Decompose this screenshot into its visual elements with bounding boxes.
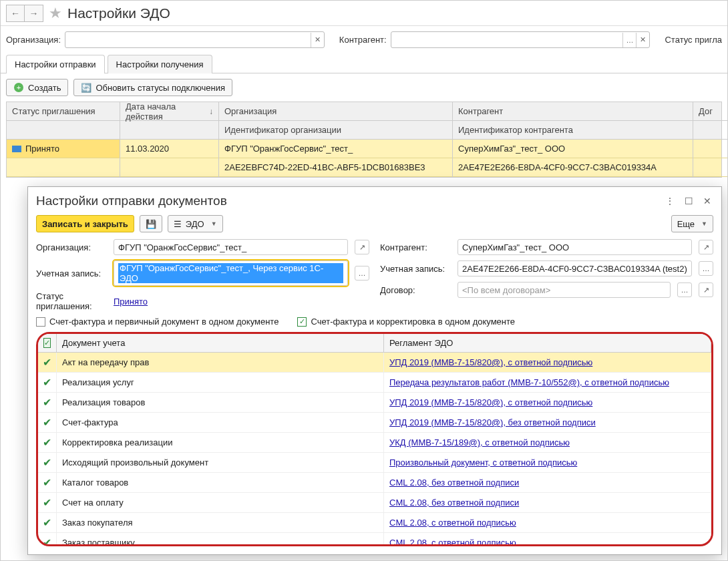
doc-row[interactable]: ✔Реализация товаровУПД 2019 (ММВ-7-15/82… — [38, 393, 711, 413]
doc-row[interactable]: ✔Счет-фактураУПД 2019 (ММВ-7-15/820@), б… — [38, 413, 711, 433]
open-icon[interactable]: ↗ — [355, 240, 369, 254]
favorite-star-icon[interactable]: ★ — [49, 5, 62, 22]
row-checkbox[interactable]: ✔ — [43, 536, 51, 544]
ellipsis-icon[interactable]: … — [699, 261, 713, 276]
row-checkbox[interactable]: ✔ — [43, 496, 51, 509]
regulation-link[interactable]: CML 2.08, с ответной подписью — [389, 518, 516, 528]
open-icon[interactable]: ↗ — [699, 240, 713, 254]
sf-primary-label: Счет-фактура и первичный документ в одно… — [49, 317, 279, 327]
panel-status-label: Статус приглашения: — [36, 291, 110, 311]
filter-contr-clear-button[interactable]: ✕ — [636, 33, 649, 47]
panel-menu-icon[interactable]: ⋮ — [664, 195, 676, 207]
row-checkbox[interactable]: ✔ — [43, 516, 51, 529]
col-org-header[interactable]: Организация — [219, 102, 452, 121]
cell-org: ФГУП "ОранжГосСервис"_тест_ — [219, 140, 452, 158]
panel-org-field[interactable]: ФГУП "ОранжГосСервис"_тест_ — [114, 239, 348, 255]
row-checkbox[interactable]: ✔ — [43, 436, 51, 449]
row-checkbox[interactable]: ✔ — [43, 376, 51, 389]
refresh-sheet-icon: 🔄 — [81, 82, 92, 93]
row-checkbox[interactable]: ✔ — [43, 476, 51, 489]
col-status-header[interactable]: Статус приглашения — [7, 102, 120, 121]
filter-status-label: Статус пригла — [665, 35, 722, 45]
more-button[interactable]: Еще ▼ — [671, 215, 713, 232]
filter-org-input[interactable] — [65, 32, 311, 47]
col-contr-id-header[interactable]: Идентификатор контрагента — [453, 121, 693, 140]
regulation-link[interactable]: УПД 2019 (ММВ-7-15/820@), с ответной под… — [389, 357, 592, 367]
diskette-icon: 💾 — [146, 219, 156, 229]
doc-cell: Акт на передачу прав — [57, 353, 384, 372]
sf-correction-checkbox[interactable]: ✓ — [297, 317, 307, 327]
doc-row[interactable]: ✔Акт на передачу правУПД 2019 (ММВ-7-15/… — [38, 353, 711, 373]
doc-cell: Реализация услуг — [57, 373, 384, 392]
save-and-close-button[interactable]: Записать и закрыть — [36, 215, 134, 232]
regulation-link[interactable]: CML 2.08, без ответной подписи — [389, 478, 519, 488]
lines-icon: ☰ — [174, 219, 182, 229]
panel-account-label: Учетная запись: — [36, 268, 110, 278]
col-dog-header[interactable]: Дог — [693, 102, 728, 121]
row-checkbox[interactable]: ✔ — [43, 396, 51, 409]
filter-contr-ellipsis-button[interactable]: … — [622, 33, 636, 47]
sort-desc-icon: ↓ — [209, 107, 213, 116]
panel-account-field[interactable]: ФГУП "ОранжГосСервис"_тест_, Через серви… — [114, 260, 348, 286]
cell-date: 11.03.2020 — [120, 140, 218, 158]
col-contr-header[interactable]: Контрагент — [453, 102, 693, 121]
update-status-button[interactable]: 🔄 Обновить статусы подключения — [73, 79, 232, 96]
col-regulation-header[interactable]: Регламент ЭДО — [384, 334, 711, 352]
open-icon[interactable]: ↗ — [699, 283, 713, 297]
tab-recv-settings[interactable]: Настройки получения — [108, 55, 212, 73]
select-all-header[interactable]: ✓ — [38, 334, 57, 352]
doc-row[interactable]: ✔Каталог товаровCML 2.08, без ответной п… — [38, 473, 711, 493]
col-org-id-header[interactable]: Идентификатор организации — [219, 121, 452, 140]
panel-close-icon[interactable]: ✕ — [701, 195, 713, 207]
col-date-header[interactable]: Дата начала действия ↓ — [120, 102, 218, 121]
panel-contr-field[interactable]: СуперХимГаз"_тест_ ООО — [458, 239, 692, 255]
ellipsis-icon[interactable]: … — [677, 283, 692, 297]
sf-correction-label: Счет-фактура и корректировка в одном док… — [311, 317, 515, 327]
regulation-link[interactable]: УПД 2019 (ММВ-7-15/820@), без ответной п… — [389, 417, 596, 427]
filter-org-clear-button[interactable]: ✕ — [311, 33, 324, 47]
row-checkbox[interactable]: ✔ — [43, 456, 51, 469]
create-button[interactable]: + Создать — [6, 79, 68, 96]
update-status-label: Обновить статусы подключения — [96, 83, 225, 93]
cell-org-id: 2AE2EBFC74D-22ED-41BC-ABF5-1DCB01683BE3 — [219, 158, 452, 177]
ellipsis-icon[interactable]: … — [355, 266, 369, 280]
page-title: Настройки ЭДО — [67, 5, 170, 21]
doc-row[interactable]: ✔Реализация услугПередача результатов ра… — [38, 373, 711, 393]
panel-maximize-icon[interactable]: ☐ — [683, 195, 695, 207]
regulation-link[interactable]: УПД 2019 (ММВ-7-15/820@), с ответной под… — [389, 397, 592, 407]
col-doc-account-header[interactable]: Документ учета — [57, 334, 384, 352]
nav-back-button[interactable]: ← — [6, 5, 25, 22]
table-row[interactable]: Принято 11.03.2020 ФГУП "ОранжГосСервис"… — [7, 140, 721, 177]
chevron-down-icon: ▼ — [211, 220, 217, 227]
panel-account2-label: Учетная запись: — [380, 264, 453, 274]
doc-cell: Корректировка реализации — [57, 433, 384, 452]
regulation-link[interactable]: Произвольный документ, с ответной подпис… — [389, 457, 577, 467]
panel-dogovor-field[interactable]: <По всем договорам> — [458, 282, 671, 298]
panel-status-link[interactable]: Принято — [114, 297, 148, 307]
cell-status: Принято — [25, 144, 59, 154]
regulation-link[interactable]: CML 2.08, с ответной подписью — [389, 538, 516, 544]
col-date-header-text: Дата начала действия — [126, 102, 205, 122]
doc-cell: Счет-фактура — [57, 413, 384, 432]
tab-send-settings[interactable]: Настройки отправки — [6, 55, 105, 73]
sf-primary-checkbox[interactable] — [36, 317, 45, 327]
regulation-link[interactable]: Передача результатов работ (ММВ-7-10/552… — [389, 377, 669, 387]
filter-org-label: Организация: — [6, 35, 61, 45]
regulation-link[interactable]: УКД (ММВ-7-15/189@), с ответной подписью — [389, 437, 570, 447]
edo-button[interactable]: ☰ ЭДО ▼ — [168, 215, 223, 232]
row-checkbox[interactable]: ✔ — [43, 356, 51, 369]
edo-button-label: ЭДО — [186, 219, 204, 229]
send-settings-panel: Настройки отправки документов ⋮ ☐ ✕ Запи… — [27, 186, 722, 555]
row-checkbox[interactable]: ✔ — [43, 416, 51, 429]
panel-account2-field[interactable]: 2AE47E2E266-E8DA-4CF0-9CC7-C3BAC019334A … — [458, 260, 692, 276]
nav-forward-button[interactable]: → — [25, 5, 43, 22]
regulation-link[interactable]: CML 2.08, без ответной подписи — [389, 498, 519, 508]
doc-row[interactable]: ✔Счет на оплатуCML 2.08, без ответной по… — [38, 493, 711, 513]
save-button[interactable]: 💾 — [140, 215, 162, 232]
doc-row[interactable]: ✔Корректировка реализацииУКД (ММВ-7-15/1… — [38, 433, 711, 453]
doc-row[interactable]: ✔Заказ покупателяCML 2.08, с ответной по… — [38, 513, 711, 533]
doc-row[interactable]: ✔Заказ поставщикуCML 2.08, с ответной по… — [38, 533, 711, 544]
filter-contr-input[interactable] — [391, 32, 623, 47]
envelope-icon — [12, 146, 21, 152]
doc-row[interactable]: ✔Исходящий произвольный документПроизвол… — [38, 453, 711, 473]
